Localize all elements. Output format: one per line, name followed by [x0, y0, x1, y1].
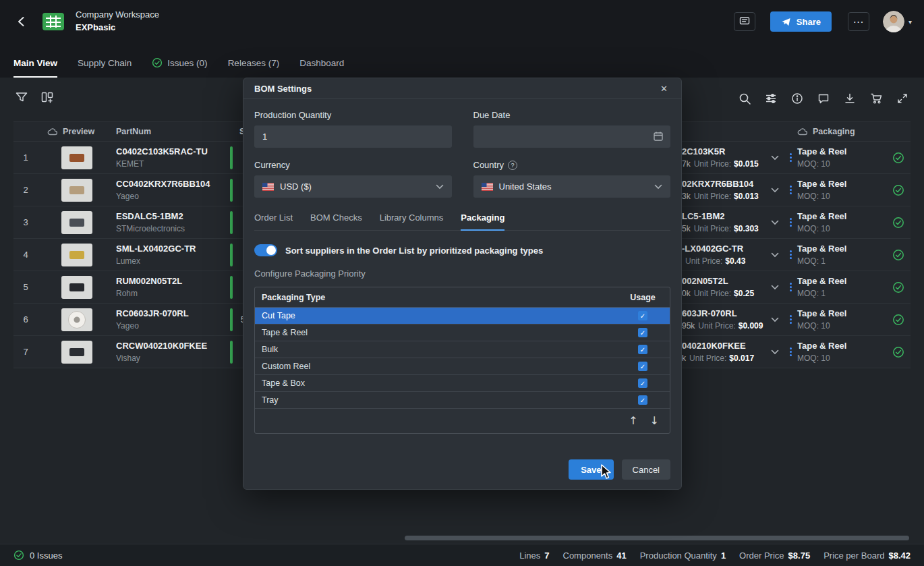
packaging-cell: Tape & Reel MOQ: 1: [797, 275, 886, 300]
part-number: SML-LX0402GC-TR: [116, 242, 228, 256]
part-preview[interactable]: [38, 308, 116, 331]
filter-icon[interactable]: [13, 89, 30, 105]
part-image: [61, 308, 92, 331]
kebab-menu-icon[interactable]: [784, 250, 797, 259]
issues-check-icon: [152, 57, 163, 68]
user-avatar[interactable]: [883, 11, 904, 32]
usage-checkbox[interactable]: ✓: [638, 311, 647, 320]
partnum-column-header[interactable]: PartNum: [116, 125, 228, 138]
horizontal-scrollbar[interactable]: [405, 536, 909, 540]
row-number: 4: [13, 250, 38, 260]
priority-table-rows: Cut Tape ✓ Tape & Reel ✓ Bulk ✓ Custom R…: [255, 308, 670, 409]
usage-checkbox[interactable]: ✓: [638, 362, 647, 371]
currency-select[interactable]: USD ($): [254, 175, 452, 198]
sort-suppliers-toggle[interactable]: [254, 244, 277, 256]
kebab-menu-icon[interactable]: [784, 315, 797, 324]
stock-indicator-bar: [228, 146, 235, 169]
part-preview[interactable]: [38, 146, 116, 169]
comments-icon[interactable]: [815, 90, 832, 107]
cart-icon[interactable]: [868, 90, 884, 107]
usage-checkbox[interactable]: ✓: [638, 378, 647, 388]
part-preview[interactable]: [38, 244, 116, 266]
packaging-priority-row[interactable]: Tray ✓: [255, 392, 670, 409]
expand-fullscreen-icon[interactable]: [894, 90, 911, 107]
kebab-menu-icon[interactable]: [784, 283, 797, 291]
workspace-titles: Company Workspace EXPbasic: [76, 9, 159, 34]
part-preview[interactable]: [38, 341, 116, 364]
add-column-icon[interactable]: [39, 89, 55, 105]
info-icon[interactable]: [789, 90, 805, 107]
packaging-priority-row[interactable]: Custom Reel ✓: [255, 358, 670, 375]
due-date-input[interactable]: [473, 125, 671, 148]
avatar-caret-icon[interactable]: ▾: [908, 18, 912, 26]
download-icon[interactable]: [842, 90, 858, 107]
feedback-button[interactable]: [734, 12, 755, 31]
kebab-menu-icon[interactable]: [784, 347, 797, 356]
kebab-menu-icon[interactable]: [784, 218, 797, 227]
priority-section-label: Configure Packaging Priority: [254, 268, 670, 279]
offer-chevron-down-icon[interactable]: [766, 285, 784, 290]
tab-supply-chain[interactable]: Supply Chain: [78, 58, 132, 78]
manufacturer-name: STMicroelectronics: [116, 223, 228, 235]
usage-checkbox[interactable]: ✓: [638, 345, 647, 354]
search-icon[interactable]: [737, 90, 753, 107]
offer-chevron-down-icon[interactable]: [766, 252, 784, 258]
offer-chevron-down-icon[interactable]: [766, 220, 784, 225]
usage-checkbox[interactable]: ✓: [638, 395, 647, 405]
part-image: [61, 146, 92, 169]
back-button[interactable]: [12, 12, 31, 31]
tab-packaging[interactable]: Packaging: [461, 213, 504, 231]
filter-settings-icon[interactable]: [763, 90, 779, 107]
packaging-moq: MOQ: 10: [797, 352, 886, 364]
production-quantity-input[interactable]: [254, 125, 452, 148]
save-button[interactable]: Save: [569, 459, 613, 480]
unit-price-value: $0.017: [729, 353, 754, 363]
issues-status[interactable]: 0 Issues: [13, 550, 62, 561]
issues-count-label: 0 Issues: [30, 550, 62, 561]
kebab-menu-icon[interactable]: [784, 186, 797, 194]
preview-column-header[interactable]: Preview: [38, 127, 116, 136]
country-select[interactable]: United States: [473, 175, 671, 198]
tab-order-list[interactable]: Order List: [254, 213, 293, 231]
stock-indicator-bar: [228, 244, 235, 266]
project-name: EXPbasic: [76, 22, 159, 34]
tab-issues[interactable]: Issues (0): [152, 57, 207, 78]
close-icon[interactable]: ✕: [658, 82, 670, 95]
offer-chevron-down-icon[interactable]: [766, 155, 784, 161]
cancel-button[interactable]: Cancel: [622, 459, 670, 480]
row-number: 2: [13, 185, 38, 195]
packaging-column-header[interactable]: Packaging: [797, 125, 886, 138]
offer-chevron-down-icon[interactable]: [766, 188, 784, 193]
us-flag-icon: [262, 183, 274, 191]
packaging-priority-row[interactable]: Tape & Box ✓: [255, 375, 670, 392]
unit-price-value: $0.25: [734, 289, 754, 298]
packaging-priority-row[interactable]: Tape & Reel ✓: [255, 324, 670, 341]
packaging-priority-row[interactable]: Bulk ✓: [255, 341, 670, 358]
calendar-icon[interactable]: [653, 131, 664, 142]
part-preview[interactable]: [38, 211, 116, 234]
unit-price-value: $0.015: [734, 159, 759, 169]
unit-price-value: $0.303: [734, 224, 759, 233]
tab-bom-checks[interactable]: BOM Checks: [310, 213, 362, 231]
stock-indicator-bar: [228, 276, 235, 299]
usage-checkbox[interactable]: ✓: [638, 328, 647, 337]
offer-part-number: -LX0402GC-TR: [682, 242, 766, 256]
tab-main-view[interactable]: Main View: [13, 58, 57, 78]
tab-library-columns[interactable]: Library Columns: [380, 213, 444, 231]
offer-chevron-down-icon[interactable]: [766, 349, 784, 355]
tab-dashboard[interactable]: Dashboard: [299, 58, 344, 78]
part-cell: SML-LX0402GC-TR Lumex: [116, 242, 228, 268]
more-options-button[interactable]: ⋯: [848, 12, 869, 31]
packaging-type: Tape & Reel: [797, 177, 886, 191]
offer-chevron-down-icon[interactable]: [766, 317, 784, 322]
country-help-icon[interactable]: ?: [508, 161, 517, 170]
move-up-button[interactable]: ↑: [629, 416, 637, 426]
kebab-menu-icon[interactable]: [784, 153, 797, 162]
part-preview[interactable]: [38, 179, 116, 202]
tab-releases[interactable]: Releases (7): [228, 58, 280, 78]
packaging-priority-row[interactable]: Cut Tape ✓: [255, 308, 670, 324]
move-down-button[interactable]: ↓: [650, 416, 659, 426]
part-preview[interactable]: [38, 276, 116, 299]
share-button[interactable]: Share: [770, 11, 832, 32]
manufacturer-name: Yageo: [116, 190, 228, 202]
